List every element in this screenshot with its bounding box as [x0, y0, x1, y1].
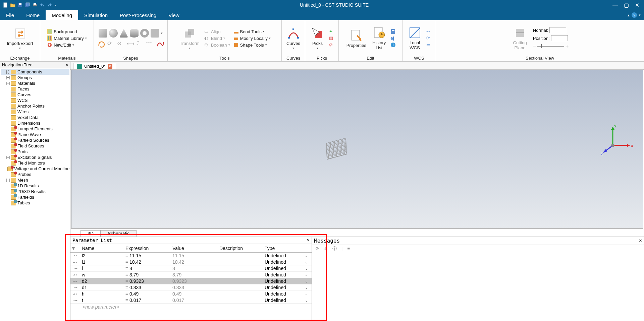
messages-close-icon[interactable]: ×	[639, 238, 642, 244]
param-type[interactable]: Undefined	[263, 272, 303, 277]
pick-list-button[interactable]: ▤	[328, 35, 335, 41]
tree-item[interactable]: Farfields	[1, 194, 69, 200]
tree-expand-icon[interactable]: [+]	[6, 76, 9, 79]
shape-sweep-icon[interactable]: ⟳	[107, 40, 115, 48]
pin-icon[interactable]: -⊶	[70, 266, 80, 271]
pin-icon[interactable]: -⊶	[70, 260, 80, 264]
material-library-button[interactable]: Material Library▾	[46, 35, 88, 41]
messages-body[interactable]	[312, 252, 644, 321]
tree-item[interactable]: Tables	[1, 200, 69, 206]
parameter-row[interactable]: -⊶l1= 10.4210.42Undefined⌄	[70, 259, 312, 265]
parameter-row[interactable]: -⊶l2= 11.1511.15Undefined⌄	[70, 253, 312, 259]
parameter-row[interactable]: -⊶h= 0.490.49Undefined⌄	[70, 291, 312, 297]
type-dropdown-icon[interactable]: ⌄	[303, 285, 310, 290]
save-icon[interactable]	[17, 2, 23, 8]
col-description[interactable]: Description	[217, 245, 263, 252]
tree-expand-icon[interactable]: [+]	[6, 155, 9, 159]
tree-item[interactable]: Curves	[1, 92, 69, 98]
viewport-3d[interactable]: x y z	[71, 70, 643, 229]
new-parameter-placeholder[interactable]: <new parameter>	[70, 304, 312, 310]
tree-item[interactable]: Wires	[1, 109, 69, 115]
type-dropdown-icon[interactable]: ⌄	[303, 292, 310, 296]
tree-item[interactable]: Faces	[1, 86, 69, 92]
view-tab-3d[interactable]: 3D	[80, 230, 101, 237]
help-icon[interactable]: ?	[632, 12, 637, 18]
shape-extrude-icon[interactable]	[151, 29, 159, 38]
param-expression[interactable]: = 0.49	[123, 291, 170, 297]
tree-item[interactable]: [+]Mesh	[1, 177, 69, 183]
modify-locally-button[interactable]: Modify Locally▾	[233, 35, 271, 41]
pin-icon[interactable]: -⊶	[70, 273, 80, 277]
parameter-row[interactable]: -⊶t= 0.0170.017Undefined⌄	[70, 297, 312, 304]
col-type[interactable]: Type	[263, 245, 303, 252]
tree-item[interactable]: [+]Excitation Signals	[1, 154, 69, 160]
document-tab[interactable]: Untitled_0* ×	[73, 63, 116, 69]
shape-rotate-icon[interactable]	[98, 40, 106, 48]
cutting-plane-button[interactable]: Cutting Plane	[511, 25, 529, 52]
parameter-row[interactable]: -⊶d2= 0.93230.9323Undefined⌄	[70, 278, 312, 284]
bend-tools-button[interactable]: Bend Tools▾	[233, 28, 271, 35]
model-object[interactable]	[326, 138, 347, 159]
param-expression[interactable]: = 0.017	[123, 298, 170, 303]
shape-cylinder-icon[interactable]	[130, 29, 139, 38]
type-dropdown-icon[interactable]: ⌄	[303, 273, 310, 277]
shape-loft-icon[interactable]: ⊘	[117, 40, 125, 48]
tree-expand-icon[interactable]: [+]	[6, 81, 9, 85]
new-file-icon[interactable]	[3, 2, 8, 8]
msg-info-icon[interactable]: ⓘ	[332, 246, 337, 252]
info-button[interactable]: i	[390, 42, 396, 48]
type-dropdown-icon[interactable]: ⌄	[303, 298, 310, 303]
history-list-button[interactable]: History List	[370, 25, 388, 52]
pin-icon[interactable]: -⊶	[70, 285, 80, 290]
tree-item[interactable]: WCS	[1, 98, 69, 103]
tree-item[interactable]: Anchor Points	[1, 103, 69, 109]
tree-item[interactable]: Field Monitors	[1, 160, 69, 166]
tree-item[interactable]: 2D/3D Results	[1, 189, 69, 194]
menu-view[interactable]: View	[162, 10, 185, 20]
tree-item[interactable]: Lumped Elements	[1, 126, 69, 132]
tree-item[interactable]: Farfield Sources	[1, 137, 69, 143]
param-type[interactable]: Undefined	[263, 298, 303, 303]
normal-input[interactable]	[549, 27, 566, 33]
type-dropdown-icon[interactable]: ⌄	[303, 260, 310, 264]
properties-button[interactable]: Properties	[344, 27, 368, 49]
col-value[interactable]: Value	[170, 245, 217, 252]
save-all-icon[interactable]	[25, 2, 30, 8]
position-input[interactable]	[551, 35, 568, 41]
type-dropdown-icon[interactable]: ⌄	[303, 254, 310, 258]
help-dropdown-icon[interactable]: ▾	[639, 13, 641, 17]
shape-curve-icon[interactable]: 〰	[146, 40, 154, 48]
shape-spline-icon[interactable]	[156, 40, 164, 48]
param-type[interactable]: Undefined	[263, 253, 303, 258]
pin-icon[interactable]: -⊶	[70, 254, 80, 258]
param-expression[interactable]: = 8	[123, 266, 170, 271]
tree-item[interactable]: [+]Groups	[1, 75, 69, 80]
calculator-button[interactable]	[390, 28, 396, 35]
pin-icon[interactable]: -⊶	[70, 292, 80, 296]
parameter-row[interactable]: -⊶l= 88Undefined⌄	[70, 265, 312, 272]
shape-tools-button[interactable]: Shape Tools▾	[233, 42, 271, 48]
position-slider[interactable]	[537, 46, 564, 47]
filter-icon[interactable]: ▼	[70, 245, 76, 251]
align-button[interactable]: ▭Align	[204, 28, 231, 35]
redo-icon[interactable]	[47, 2, 52, 8]
tree-item[interactable]: Dimensions	[1, 120, 69, 126]
menu-file[interactable]: File	[0, 10, 20, 20]
print-icon[interactable]	[32, 2, 38, 8]
param-expression[interactable]: = 0.333	[123, 285, 170, 290]
tree-item[interactable]: 1D Results	[1, 183, 69, 189]
tree-expand-icon[interactable]: [-]	[6, 70, 9, 74]
type-dropdown-icon[interactable]: ⌄	[303, 279, 310, 283]
pin-icon[interactable]: -⊶	[70, 298, 80, 303]
param-expression[interactable]: = 0.9323	[123, 278, 170, 284]
undo-icon[interactable]	[40, 2, 45, 8]
wcs-align-button[interactable]: ▭	[426, 42, 432, 48]
document-tab-close-icon[interactable]: ×	[108, 64, 112, 69]
view-tab-schematic[interactable]: Schematic	[101, 230, 137, 237]
type-dropdown-icon[interactable]: ⌄	[303, 266, 310, 271]
curves-button[interactable]: Curves ▾	[284, 25, 302, 51]
tree-item[interactable]: Voltage and Current Monitors	[1, 166, 69, 172]
blend-button[interactable]: ◐Blend▾	[204, 35, 231, 41]
parameter-row[interactable]: -⊶d1= 0.3330.333Undefined⌄	[70, 284, 312, 291]
col-name[interactable]: Name	[80, 245, 123, 252]
